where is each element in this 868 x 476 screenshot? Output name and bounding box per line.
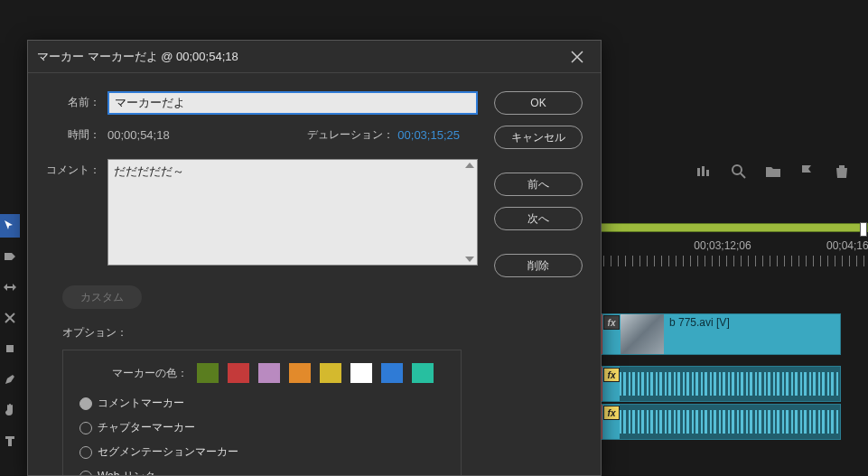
dialog-titlebar: マーカー マーカーだよ @ 00;00;54;18 [28,41,601,73]
scroll-down-icon[interactable] [465,257,474,262]
ruler-tick-label: 00;04;16; [826,239,868,252]
clip-thumbnail [621,314,664,354]
duration-label: デュレーション： [307,127,394,143]
color-swatch[interactable] [381,363,403,383]
textarea-scrollbar[interactable] [463,161,476,264]
track-select-icon[interactable] [0,245,20,268]
name-input[interactable] [107,91,478,115]
fx-badge-icon[interactable]: fx [603,406,620,420]
timeline-ruler[interactable]: 00;03;12;06 00;04;16; [596,239,868,266]
radio-label: セグメンテーションマーカー [98,444,238,460]
timeline-scale-bar[interactable] [596,223,868,232]
selection-tool-icon[interactable] [0,214,20,238]
radio-label: コメントマーカー [98,396,184,411]
audio-clip[interactable]: fx [596,366,841,402]
svg-line-4 [741,173,745,178]
color-swatch[interactable] [228,363,249,383]
svg-point-3 [733,165,742,174]
clip-label: b 775.avi [V] [664,314,735,331]
radio-icon [79,446,92,459]
duration-value[interactable]: 00;03;15;25 [394,128,460,142]
audio-track[interactable]: fx [596,366,841,402]
time-value[interactable]: 00;00;54;18 [107,128,207,142]
folder-icon[interactable] [765,163,781,182]
custom-button: カスタム [62,285,142,309]
tool-strip [0,155,20,453]
name-label: 名前： [46,91,107,110]
radio-icon [79,397,92,410]
scroll-up-icon[interactable] [465,163,474,168]
color-swatch[interactable] [412,363,434,383]
ok-button[interactable]: OK [494,91,583,115]
svg-rect-0 [697,168,700,176]
fx-badge-icon[interactable]: fx [603,368,620,382]
ripple-edit-icon[interactable] [0,275,20,299]
fx-badge-icon[interactable]: fx [603,315,620,330]
marker-color-label: マーカーの色： [79,366,188,381]
close-icon[interactable] [563,42,592,71]
comment-textarea[interactable] [107,159,478,266]
radio-icon [79,422,92,434]
svg-rect-2 [706,170,709,176]
radio-label: Web リンク [98,469,155,475]
timeline-panel: 00;03;12;06 00;04;16; fx b 775.avi [V] f… [596,223,868,476]
radio-segmentation-marker[interactable]: セグメンテーションマーカー [79,444,444,460]
color-swatch[interactable] [258,363,280,383]
comment-label: コメント： [46,159,107,178]
video-track[interactable]: fx b 775.avi [V] [596,313,841,355]
options-label: オプション： [62,325,478,341]
pen-tool-icon[interactable] [0,368,20,391]
razor-tool-icon[interactable] [0,306,20,330]
color-swatch[interactable] [289,363,311,383]
svg-rect-1 [702,166,705,176]
prev-button[interactable]: 前へ [494,173,583,196]
search-icon[interactable] [731,163,747,182]
ruler-tick-label: 00;03;12;06 [694,239,751,252]
waveform-icon [620,367,840,401]
color-swatch[interactable] [320,363,341,383]
video-clip[interactable]: fx b 775.avi [V] [596,313,841,355]
waveform-icon [620,405,840,439]
delete-button[interactable]: 削除 [494,254,583,277]
radio-label: チャプターマーカー [98,420,195,435]
hand-tool-icon[interactable] [0,398,20,422]
trash-icon[interactable] [834,163,850,182]
dialog-title: マーカー マーカーだよ @ 00;00;54;18 [37,49,563,65]
slip-tool-icon[interactable] [0,337,20,360]
color-swatch[interactable] [197,363,219,383]
audio-track[interactable]: fx [596,404,841,440]
next-button[interactable]: 次へ [494,207,583,230]
flag-icon[interactable] [799,163,816,182]
color-swatch[interactable] [350,363,372,383]
bars-icon[interactable] [696,163,713,182]
radio-comment-marker[interactable]: コメントマーカー [79,396,444,411]
cancel-button[interactable]: キャンセル [494,126,583,149]
panel-icon-row [696,163,850,182]
radio-web-link[interactable]: Web リンク [79,469,444,475]
audio-clip[interactable]: fx [596,404,841,440]
time-label: 時間： [46,127,107,143]
radio-chapter-marker[interactable]: チャプターマーカー [79,420,444,435]
radio-icon [79,471,92,476]
options-group: マーカーの色： コメントマーカー チャプターマーカー セグメンテーションマーカー [62,350,462,475]
marker-dialog: マーカー マーカーだよ @ 00;00;54;18 名前： 時間： 00;00;… [27,40,602,476]
type-tool-icon[interactable] [0,429,20,453]
